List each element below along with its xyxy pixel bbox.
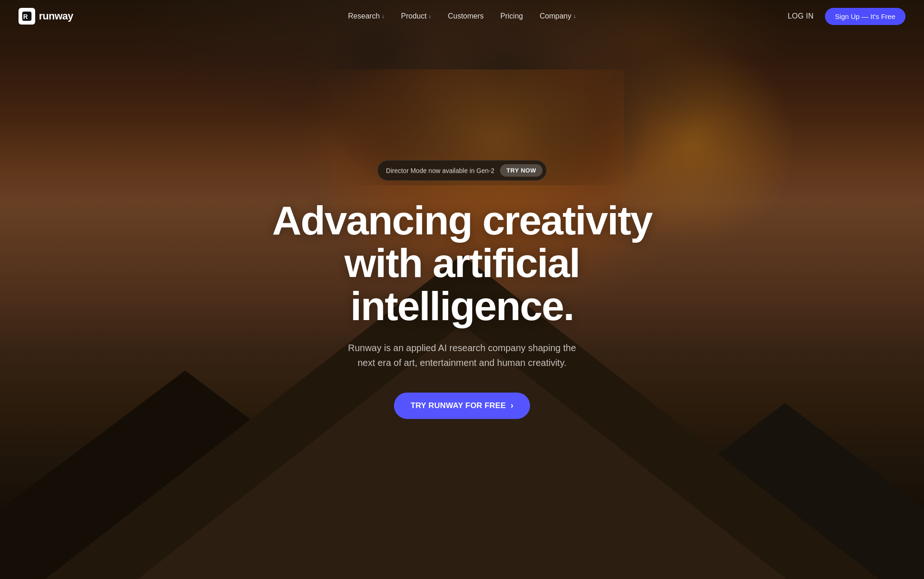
hero-content: Director Mode now available in Gen-2 TRY…	[254, 160, 670, 419]
navbar: R runway Research ↓ Product ↓ Customers …	[0, 0, 924, 32]
logo-icon[interactable]: R	[19, 8, 35, 25]
hero-headline-line2: with artificial intelligence.	[344, 240, 580, 329]
login-button[interactable]: LOG IN	[788, 12, 814, 20]
nav-item-customers[interactable]: Customers	[448, 12, 483, 20]
nav-item-pricing[interactable]: Pricing	[500, 12, 523, 20]
director-badge: Director Mode now available in Gen-2 TRY…	[377, 160, 547, 181]
company-arrow-icon: ↓	[573, 13, 576, 19]
nav-item-product[interactable]: Product ↓	[401, 12, 431, 20]
product-arrow-icon: ↓	[428, 13, 431, 19]
hero-subtitle-line1: Runway is an applied AI research company…	[348, 343, 576, 353]
try-runway-label: TRY RUNWAY FOR FREE	[411, 401, 506, 410]
cta-arrow-icon: ›	[511, 401, 513, 411]
hero-subtitle: Runway is an applied AI research company…	[254, 341, 670, 371]
nav-item-research[interactable]: Research ↓	[348, 12, 384, 20]
nav-item-company[interactable]: Company ↓	[540, 12, 576, 20]
logo-area: R runway	[19, 8, 73, 25]
logo-text: runway	[39, 10, 73, 22]
try-runway-button[interactable]: TRY RUNWAY FOR FREE ›	[394, 393, 530, 419]
hero-subtitle-line2: next era of art, entertainment and human…	[358, 358, 567, 368]
try-now-button[interactable]: TRY NOW	[500, 164, 543, 176]
svg-text:R: R	[23, 13, 28, 20]
research-arrow-icon: ↓	[381, 13, 384, 19]
director-badge-text: Director Mode now available in Gen-2	[386, 167, 494, 174]
hero-headline: Advancing creativity with artificial int…	[254, 199, 670, 327]
hero-headline-line1: Advancing creativity	[272, 197, 652, 243]
nav-center: Research ↓ Product ↓ Customers Pricing C…	[348, 12, 576, 20]
hero-section: R runway Research ↓ Product ↓ Customers …	[0, 0, 924, 579]
signup-button[interactable]: Sign Up — It's Free	[825, 8, 905, 25]
navbar-right: LOG IN Sign Up — It's Free	[788, 8, 905, 25]
